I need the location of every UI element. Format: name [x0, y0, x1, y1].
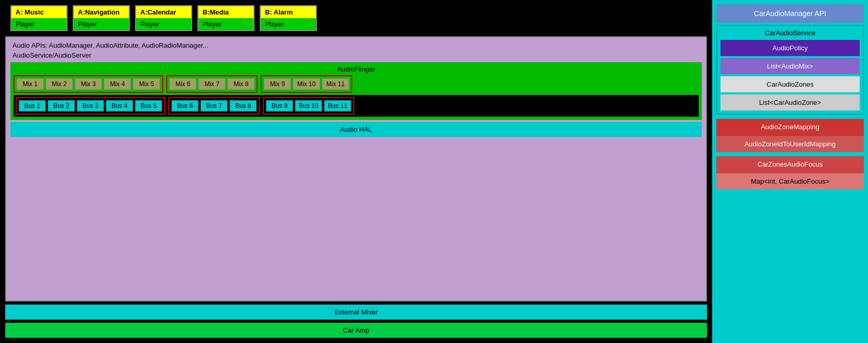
list-car-audio-zone-box: List<CarAudioZone> [720, 94, 860, 111]
player-b-alarm: B: Alarm Player [260, 5, 317, 31]
audio-policy-box: AudioPolicy [720, 40, 860, 56]
right-panel: CarAudioManager API CarAudioService Audi… [712, 0, 868, 343]
zone2-mix-group: Mix 6 Mix 7 Mix 8 [166, 75, 258, 93]
player-b-alarm-bottom: Player [261, 18, 316, 30]
player-a-music: A: Music Player [10, 5, 68, 31]
car-zones-audio-focus-section: CarZonesAudioFocus Map<int, CarAudioFocu… [716, 156, 864, 189]
zone3-mix-group: Mix 9 Mix 10 Mix 11 [261, 75, 352, 93]
bus-3: Bus 3 [77, 100, 104, 112]
car-audio-service-label: CarAudioService [720, 29, 860, 37]
players-row: A: Music Player A:Navigation Player A:Ca… [5, 5, 707, 31]
mix-5: Mix 5 [133, 78, 160, 90]
player-a-music-top: A: Music [11, 6, 66, 18]
player-a-calendar-bottom: Player [136, 18, 191, 30]
zone3-mix-row: Mix 9 Mix 10 Mix 11 [264, 78, 349, 90]
player-b-media-bottom: Player [198, 18, 253, 30]
car-audio-service-section: CarAudioService AudioPolicy List<AudioMi… [716, 25, 864, 115]
mix-7: Mix 7 [198, 78, 225, 90]
audio-hal-bar: Audio HAL [10, 122, 702, 137]
mix-10: Mix 10 [293, 78, 320, 90]
zone1-mix-group: Mix 1 Mix 2 Mix 3 Mix 4 Mix 5 [14, 75, 163, 93]
mix-8: Mix 8 [228, 78, 255, 90]
player-a-music-bottom: Player [11, 18, 66, 30]
player-a-navigation: A:Navigation Player [73, 5, 130, 31]
mix-1: Mix 1 [17, 78, 44, 90]
car-amp-bar: Car Amp [5, 323, 707, 338]
main-diagram: A: Music Player A:Navigation Player A:Ca… [0, 0, 712, 343]
audio-stack: Audio APIs: AudioManager, AudioAttribute… [5, 36, 707, 301]
list-audiomix-box: List<AudioMix> [720, 58, 860, 74]
right-panel-inner: CarAudioManager API CarAudioService Audi… [716, 4, 864, 339]
audio-zone-id-box: AudioZoneIdToUserIdMapping [716, 136, 864, 152]
audio-zone-mapping-box: AudioZoneMapping [716, 119, 864, 135]
bus-11: Bus 11 [324, 100, 351, 112]
audio-apis-label: Audio APIs: AudioManager, AudioAttribute… [10, 42, 702, 49]
player-a-calendar: A:Calendar Player [135, 5, 192, 31]
bus-8: Bus 8 [230, 100, 257, 112]
bus-5: Bus 5 [135, 100, 162, 112]
car-audio-zones-box: CarAudioZones [720, 76, 860, 92]
audio-flinger-label: AudioFlinger [14, 65, 699, 73]
audio-zone-mapping-section: AudioZoneMapping AudioZoneIdToUserIdMapp… [716, 119, 864, 152]
player-b-media: B:Media Player [197, 5, 255, 31]
bus-4: Bus 4 [106, 100, 133, 112]
map-int-car-audio-focus-box: Map<int, CarAudioFocus> [716, 173, 864, 189]
audio-service-label: AudioService/AudioServer [10, 51, 702, 59]
mix-11: Mix 11 [322, 78, 349, 90]
zone2-bus-group: Bus 6 Bus 7 Bus 8 [168, 97, 260, 115]
mix-6: Mix 6 [169, 78, 196, 90]
bus-1: Bus 1 [19, 100, 46, 112]
player-a-navigation-bottom: Player [74, 18, 129, 30]
zone1-mix-row: Mix 1 Mix 2 Mix 3 Mix 4 Mix 5 [17, 78, 160, 90]
zone2-mix-row: Mix 6 Mix 7 Mix 8 [169, 78, 255, 90]
audio-flinger-area: AudioFlinger Mix 1 Mix 2 Mix 3 Mix 4 Mix… [10, 62, 702, 120]
car-zones-audio-focus-box: CarZonesAudioFocus [716, 156, 864, 172]
mix-9: Mix 9 [264, 78, 291, 90]
player-a-navigation-top: A:Navigation [74, 6, 129, 18]
bus-6: Bus 6 [171, 100, 198, 112]
car-audio-manager-api: CarAudioManager API [716, 4, 864, 23]
bus-2: Bus 2 [48, 100, 75, 112]
mix-3: Mix 3 [75, 78, 102, 90]
bus-10: Bus 10 [295, 100, 322, 112]
zone1-bus-group: Bus 1 Bus 2 Bus 3 Bus 4 Bus 5 [16, 97, 165, 115]
player-b-alarm-top: B: Alarm [261, 6, 316, 18]
external-mixer-bar: External Mixer [5, 305, 707, 320]
player-a-calendar-top: A:Calendar [136, 6, 191, 18]
player-b-media-top: B:Media [198, 6, 253, 18]
mix-4: Mix 4 [104, 78, 131, 90]
zone3-bus-group: Bus 9 Bus 10 Bus 11 [263, 97, 354, 115]
bus-7: Bus 7 [201, 100, 228, 112]
bottom-bars: External Mixer Car Amp [5, 305, 707, 338]
mix-2: Mix 2 [46, 78, 73, 90]
bus-9: Bus 9 [266, 100, 293, 112]
